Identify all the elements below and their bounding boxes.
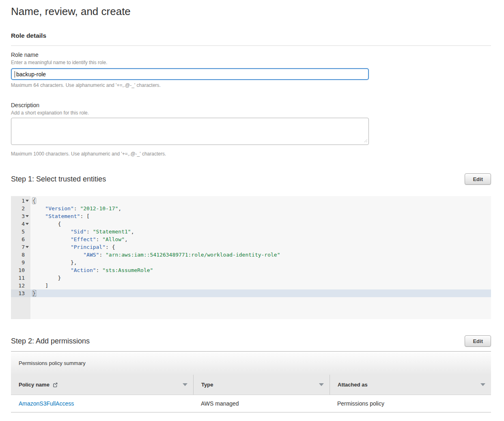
fold-arrow-icon[interactable]	[25, 197, 29, 205]
attached-as-cell: Permissions policy	[330, 400, 491, 407]
code-line[interactable]: },	[30, 259, 491, 266]
fold-arrow-icon[interactable]	[25, 220, 29, 228]
column-header-type[interactable]: Type	[193, 375, 330, 395]
code-line[interactable]: "Effect": "Allow",	[30, 235, 491, 243]
editor-cursor	[36, 290, 36, 296]
step1-heading: Step 1: Select trusted entities	[11, 175, 106, 184]
line-number: 8	[11, 251, 30, 259]
code-line[interactable]: }	[30, 274, 491, 282]
resize-handle-icon[interactable]	[364, 137, 368, 144]
code-line[interactable]: "Sid": "Statement1",	[30, 228, 491, 235]
line-number: 1	[11, 197, 30, 205]
permissions-panel: Permissions policy summary Policy name T…	[11, 351, 491, 412]
role-name-constraint: Maximum 64 characters. Use alphanumeric …	[11, 82, 491, 88]
editor-code[interactable]: { "Version": "2012-10-17", "Statement": …	[30, 196, 491, 319]
code-line[interactable]: "Action": "sts:AssumeRole"	[30, 266, 491, 274]
attached-as-filter-icon[interactable]	[480, 383, 485, 386]
role-details-heading: Role details	[11, 32, 491, 39]
code-line[interactable]: "AWS": "arn:aws:iam::541263489771:role/w…	[30, 251, 491, 259]
line-number: 2	[11, 205, 30, 212]
code-line[interactable]: {	[30, 220, 491, 228]
step2-edit-button[interactable]: Edit	[465, 335, 491, 347]
line-number: 11	[11, 274, 30, 282]
step1-edit-button[interactable]: Edit	[465, 173, 491, 185]
role-name-label: Role name	[11, 52, 491, 58]
policy-type-cell: AWS managed	[193, 400, 330, 407]
description-constraint: Maximum 1000 characters. Use alphanumeri…	[11, 151, 491, 157]
line-number: 7	[11, 243, 30, 251]
line-number: 5	[11, 228, 30, 235]
step2-header-row: Step 2: Add permissions Edit	[11, 335, 491, 347]
description-textarea-wrap	[11, 118, 369, 147]
role-name-input-wrap	[11, 68, 369, 80]
step2-heading: Step 2: Add permissions	[11, 337, 90, 345]
code-line[interactable]: "Principal": {	[30, 243, 491, 251]
external-link-icon	[52, 382, 58, 388]
column-header-attached-as[interactable]: Attached as	[330, 375, 491, 395]
line-number: 9	[11, 259, 30, 266]
code-line[interactable]: ]	[30, 282, 491, 289]
code-line[interactable]: {	[30, 197, 491, 205]
role-name-hint: Enter a meaningful name to identify this…	[11, 60, 491, 65]
role-details-divider	[11, 45, 491, 46]
description-textarea[interactable]	[11, 118, 369, 145]
fold-arrow-icon[interactable]	[25, 212, 29, 220]
policy-name-filter-icon[interactable]	[183, 383, 187, 386]
page-title: Name, review, and create	[11, 5, 491, 18]
line-number: 12	[11, 282, 30, 289]
description-hint: Add a short explanation for this role.	[11, 110, 491, 116]
permissions-table-header: Policy name Type Attached as	[11, 375, 491, 395]
code-line[interactable]: "Statement": [	[30, 212, 491, 220]
line-number: 13	[11, 289, 30, 297]
line-number: 6	[11, 235, 30, 243]
fold-arrow-icon[interactable]	[25, 243, 29, 251]
trust-policy-json-editor[interactable]: 12345678910111213 { "Version": "2012-10-…	[11, 196, 491, 319]
type-filter-icon[interactable]	[319, 383, 324, 386]
policy-name-link[interactable]: AmazonS3FullAccess	[19, 400, 74, 407]
editor-gutter: 12345678910111213	[11, 196, 30, 319]
role-name-input[interactable]	[11, 68, 369, 80]
permissions-panel-title: Permissions policy summary	[11, 352, 491, 375]
step1-header-row: Step 1: Select trusted entities Edit	[11, 173, 491, 185]
line-number: 10	[11, 266, 30, 274]
line-number: 3	[11, 212, 30, 220]
line-number: 4	[11, 220, 30, 228]
description-label: Description	[11, 102, 491, 109]
column-header-policy-name[interactable]: Policy name	[11, 375, 193, 395]
text-cursor	[15, 71, 15, 78]
table-row: AmazonS3FullAccess AWS managed Permissio…	[11, 395, 491, 412]
name-review-create-page: Name, review, and create Role details Ro…	[0, 0, 504, 421]
code-line[interactable]: "Version": "2012-10-17",	[30, 205, 491, 212]
code-line[interactable]: }	[30, 289, 491, 297]
